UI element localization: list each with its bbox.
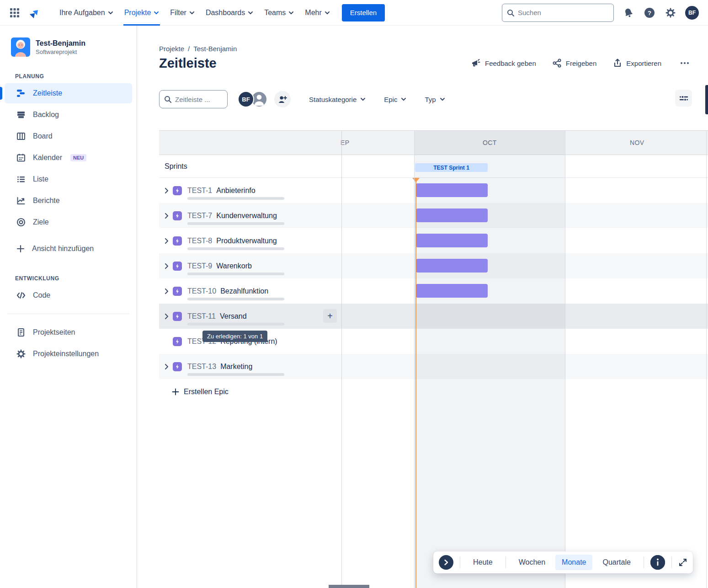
avatar-bf[interactable]: BF — [238, 91, 254, 107]
expand-chevron-icon[interactable] — [163, 288, 170, 294]
horizontal-scrollbar[interactable] — [329, 585, 369, 588]
nav-dashboards[interactable]: Dashboards — [200, 0, 259, 26]
filter-typ[interactable]: Typ — [425, 96, 445, 103]
fullscreen-button[interactable] — [678, 556, 687, 569]
global-search[interactable] — [502, 4, 614, 22]
epic-progress-bar — [187, 373, 284, 376]
breadcrumb-projekte[interactable]: Projekte — [159, 45, 184, 53]
megaphone-icon — [471, 59, 481, 68]
sidebar-item-projektseiten[interactable]: Projektseiten — [5, 322, 132, 342]
sidebar-item-projekteinstellungen[interactable]: Projekteinstellungen — [5, 344, 132, 364]
progress-tooltip: Zu erledigen: 1 von 1 — [202, 331, 267, 342]
epic-timeline-bar[interactable] — [416, 284, 488, 298]
jira-logo-icon[interactable] — [28, 6, 42, 20]
epic-icon — [173, 287, 182, 296]
epic-name[interactable]: Bezahlfunktion — [220, 287, 268, 295]
breadcrumb: Projekte / Test-Benjamin — [159, 45, 237, 53]
sidebar-item-backlog[interactable]: Backlog — [5, 105, 132, 125]
add-child-button[interactable]: + — [323, 309, 337, 323]
expand-chevron-icon[interactable] — [163, 238, 170, 244]
sidebar-item-kalender[interactable]: Kalender NEU — [5, 148, 132, 168]
new-badge: NEU — [70, 154, 86, 161]
project-header: Test-Benjamin Softwareprojekt — [11, 37, 129, 57]
nav-filters[interactable]: Filter — [165, 0, 200, 26]
collapsed-panel-edge — [705, 85, 708, 114]
assignee-avatars: BF — [238, 91, 267, 107]
sidebar-item-code[interactable]: Code — [5, 285, 132, 305]
export-button[interactable]: Exportieren — [613, 59, 661, 68]
epic-timeline-bar[interactable] — [416, 259, 488, 273]
epic-name[interactable]: Anbieterinfo — [216, 187, 255, 195]
zoom-option-heute[interactable]: Heute — [467, 555, 499, 570]
help-icon[interactable]: ? — [643, 6, 656, 19]
nav-projects[interactable]: Projekte — [119, 0, 165, 26]
header-actions: Feedback geben Freigeben Exportieren — [471, 59, 692, 68]
expand-chevron-icon[interactable] — [163, 187, 170, 194]
filter-statuskategorie[interactable]: Statuskategorie — [309, 96, 366, 103]
expand-chevron-icon[interactable] — [163, 213, 170, 219]
top-navigation: Ihre Aufgaben Projekte Filter Dashboards… — [0, 0, 708, 26]
nav-your-work[interactable]: Ihre Aufgaben — [54, 0, 119, 26]
epic-name[interactable]: Marketing — [220, 363, 252, 371]
chevron-down-icon — [154, 11, 159, 15]
user-avatar[interactable]: BF — [685, 6, 699, 20]
zoom-option-quartale[interactable]: Quartale — [596, 555, 637, 570]
collapse-panel-button[interactable] — [439, 555, 453, 570]
search-icon — [507, 9, 514, 16]
epic-timeline-bar[interactable] — [416, 183, 488, 197]
sprint-chip[interactable]: TEST Sprint 1 — [415, 163, 488, 172]
epic-name[interactable]: Versand — [220, 312, 247, 321]
project-avatar — [11, 37, 30, 57]
expand-chevron-icon[interactable] — [163, 263, 170, 269]
nav-more[interactable]: Mehr — [299, 0, 335, 26]
epic-name[interactable]: Kundenverwaltung — [216, 212, 277, 220]
app-switcher-icon[interactable] — [9, 7, 20, 18]
today-marker-line — [415, 178, 416, 588]
add-person-button[interactable] — [274, 91, 291, 107]
expand-chevron-icon[interactable] — [163, 313, 170, 320]
sidebar-add-view[interactable]: Ansicht hinzufügen — [5, 239, 132, 259]
share-button[interactable]: Freigeben — [553, 59, 597, 68]
calendar-icon — [16, 153, 26, 162]
expand-chevron-icon[interactable] — [163, 363, 170, 370]
epic-name[interactable]: Produktverwaltung — [216, 237, 277, 245]
zoom-option-wochen[interactable]: Wochen — [512, 555, 552, 570]
chevron-down-icon — [401, 97, 406, 101]
sidebar-item-board[interactable]: Board — [5, 126, 132, 146]
notifications-bell-icon[interactable] — [622, 6, 635, 19]
project-type: Softwareprojekt — [36, 48, 85, 55]
more-options-icon[interactable] — [678, 59, 692, 67]
epic-timeline-bar[interactable] — [416, 234, 488, 247]
chevron-down-icon — [325, 11, 330, 15]
pages-icon — [16, 328, 26, 337]
create-epic-button[interactable]: Erstellen Epic — [172, 388, 229, 396]
timeline-icon — [16, 89, 26, 98]
jira-timeline-screen: Ihre Aufgaben Projekte Filter Dashboards… — [0, 0, 708, 588]
epic-row-test-11: TEST-11 Versand + — [159, 304, 708, 329]
breadcrumb-project-name[interactable]: Test-Benjamin — [193, 45, 237, 53]
epic-row-test-13: TEST-13 Marketing — [159, 354, 708, 379]
sidebar-item-berichte[interactable]: Berichte — [5, 191, 132, 211]
epic-icon — [173, 337, 182, 346]
timeline-rows: Sprints TEST Sprint 1 TEST-1 Anbieterinf… — [159, 155, 708, 404]
create-button[interactable]: Erstellen — [342, 4, 385, 21]
epic-timeline-bar[interactable] — [416, 208, 488, 222]
sidebar-item-zeitleiste[interactable]: Zeitleiste — [5, 83, 132, 103]
timeline-search-input[interactable] — [175, 96, 221, 103]
epic-row-test-7: TEST-7 Kundenverwaltung — [159, 203, 708, 228]
gear-icon — [16, 349, 26, 358]
filter-epic[interactable]: Epic — [384, 96, 406, 103]
share-icon — [553, 59, 562, 68]
epic-name[interactable]: Warenkorb — [216, 262, 252, 270]
epic-key: TEST-10 — [187, 287, 216, 295]
timeline-search[interactable] — [159, 90, 228, 108]
nav-teams[interactable]: Teams — [259, 0, 299, 26]
view-settings-button[interactable] — [675, 90, 692, 107]
settings-gear-icon[interactable] — [664, 6, 677, 19]
sidebar-item-liste[interactable]: Liste — [5, 169, 132, 189]
global-search-input[interactable] — [518, 9, 600, 16]
zoom-option-monate[interactable]: Monate — [555, 555, 592, 570]
sidebar-item-ziele[interactable]: Ziele — [5, 212, 132, 232]
info-button[interactable] — [650, 555, 665, 570]
feedback-button[interactable]: Feedback geben — [471, 59, 536, 68]
